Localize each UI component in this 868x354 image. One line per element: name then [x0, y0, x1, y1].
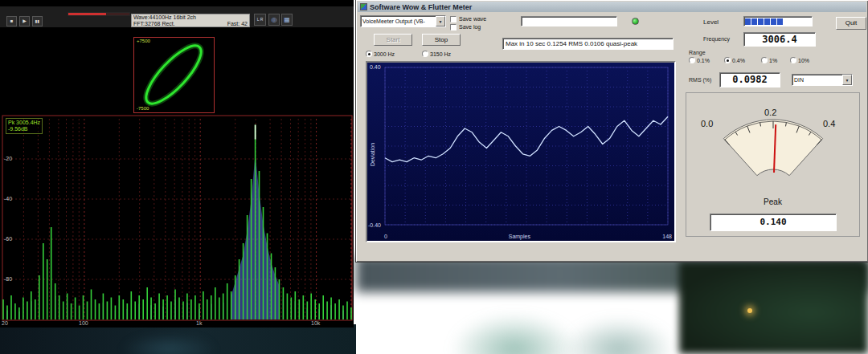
stop-button[interactable]: Stop [422, 34, 461, 46]
range-option-1[interactable]: 0.4% [724, 57, 745, 63]
freq-tick: 1k [196, 320, 202, 326]
rms-label: RMS (%) [689, 77, 711, 83]
db-tick: -60 [4, 236, 12, 242]
start-button[interactable]: Start [374, 34, 412, 46]
deviation-plot [367, 63, 674, 241]
freq-tick: 100 [79, 320, 88, 326]
app-icon [360, 3, 367, 10]
y-min-label: -0.40 [368, 222, 381, 228]
chevron-down-icon[interactable]: ▼ [842, 75, 852, 85]
lissajous-min-label: -7500 [137, 106, 149, 111]
peak-frequency: Pk 3005.4Hz [8, 120, 40, 126]
audio-device-select[interactable]: VoiceMeeter Output (VB- ▼ [360, 15, 446, 27]
level-label: Level [703, 18, 719, 26]
title-bar[interactable]: Software Wow & Flutter Meter [358, 2, 866, 12]
pause-button[interactable]: ▮▮ [32, 16, 43, 26]
wow-flutter-window: Software Wow & Flutter Meter VoiceMeeter… [356, 0, 868, 262]
play-button[interactable]: ▶ [19, 16, 30, 26]
spectrum-panel: Pk 3005.4Hz -9.56dB -20 -40 -60 -80 20 1… [0, 115, 354, 328]
desktop: ■ ▶ ▮▮ Wave:44100Hz 16bit 2ch FFT:32768 … [0, 0, 868, 354]
quit-button[interactable]: Quit [836, 17, 866, 30]
window-title: Software Wow & Flutter Meter [370, 3, 472, 11]
audio-device-value: VoiceMeeter Output (VB- [362, 18, 425, 24]
analog-meter [689, 109, 858, 193]
lissajous-panel: +7500 -7500 [0, 26, 354, 115]
lr-channel-toggle[interactable]: L R [254, 14, 266, 26]
db-tick: -40 [4, 196, 12, 201]
save-log-label[interactable]: Save log [459, 24, 481, 30]
status-readout: Max in 10 sec 0.1254 RMS 0.0106 quasi-pe… [502, 38, 674, 50]
chevron-down-icon[interactable]: ▼ [436, 16, 445, 26]
range-option-3[interactable]: 10% [790, 57, 809, 63]
tone-3000-radio[interactable]: 3000 Hz [366, 51, 395, 57]
level-meter [743, 16, 813, 26]
background-light [747, 308, 752, 313]
peak-readout: Pk 3005.4Hz -9.56dB [6, 118, 43, 134]
range-option-0[interactable]: 0.1% [689, 57, 710, 63]
frequency-label: Frequency [703, 36, 730, 42]
y-max-label: 0.40 [370, 64, 381, 70]
analog-meter-panel: 0.0 0.2 0.4 Peak 0.140 [686, 92, 860, 237]
background-glow [450, 313, 579, 354]
background-foliage [679, 262, 868, 354]
zoom-icon[interactable]: ◎ [268, 14, 280, 26]
weighting-select[interactable]: DIN ▼ [792, 74, 853, 86]
meter-unit-label: Peak [686, 197, 859, 206]
spectrum-plot [0, 115, 354, 323]
deviation-chart: 0.40 -0.40 Deviation 0 148 Samples [366, 61, 676, 242]
settings-icon[interactable]: ▦ [281, 14, 293, 26]
signal-led [632, 18, 639, 25]
background-glow [563, 317, 675, 354]
lissajous-max-label: +7500 [137, 39, 150, 43]
playback-progress[interactable] [68, 12, 130, 16]
save-wave-checkbox[interactable] [450, 16, 457, 22]
weighting-value: DIN [794, 77, 804, 83]
stop-button[interactable]: ■ [6, 16, 17, 26]
peak-display: 0.140 [710, 214, 837, 231]
save-log-checkbox[interactable] [450, 24, 457, 31]
range-label: Range [689, 50, 706, 55]
wave-info-panel: Wave:44100Hz 16bit 2ch FFT:32768 Rect. F… [131, 14, 250, 27]
frequency-display: 3006.4 [743, 32, 816, 47]
wave-info: Wave:44100Hz 16bit 2ch [133, 14, 196, 21]
x-axis-label: Samples [509, 234, 530, 239]
rms-display: 0.0982 [719, 72, 780, 87]
lissajous-figure [0, 26, 354, 115]
freq-tick: 20 [2, 320, 8, 326]
x-max-label: 148 [662, 234, 672, 239]
db-tick: -20 [4, 156, 12, 161]
filename-input[interactable] [521, 16, 617, 26]
save-wave-label[interactable]: Save wave [459, 16, 486, 22]
tone-3150-radio[interactable]: 3150 Hz [422, 51, 451, 57]
y-axis-label: Deviation [370, 143, 375, 166]
analyzer-toolbar: ■ ▶ ▮▮ Wave:44100Hz 16bit 2ch FFT:32768 … [0, 6, 354, 27]
range-option-2[interactable]: 1% [761, 57, 777, 63]
x-min-label: 0 [384, 234, 387, 239]
progress-fill [68, 13, 106, 15]
freq-tick: 10k [311, 320, 320, 326]
db-tick: -80 [4, 276, 12, 282]
peak-level: -9.56dB [8, 126, 40, 132]
spectrum-analyzer-window: ■ ▶ ▮▮ Wave:44100Hz 16bit 2ch FFT:32768 … [0, 0, 354, 328]
